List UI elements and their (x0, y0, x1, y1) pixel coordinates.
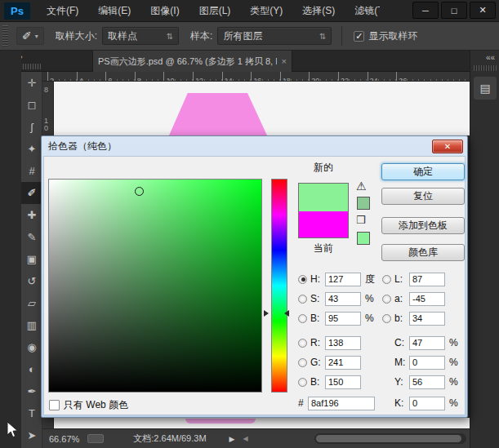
tool-preset-button[interactable]: ✐ ▾ (16, 27, 44, 45)
field-label-m: M: (394, 357, 409, 368)
field-input-r[interactable] (325, 336, 361, 350)
field-input-y[interactable] (409, 375, 445, 389)
field-input-b-lab[interactable] (409, 312, 445, 326)
field-label-k: K: (394, 397, 409, 409)
saturation-brightness-field[interactable] (48, 179, 262, 393)
healing-brush-tool-icon[interactable]: ✚ (21, 204, 42, 226)
path-selection-tool-icon[interactable]: ➤ (21, 424, 42, 446)
hex-input[interactable] (308, 397, 375, 410)
dialog-close-button[interactable]: ✕ (432, 140, 463, 153)
brush-tool-icon[interactable]: ✎ (21, 226, 42, 248)
hue-slider-arrow-left[interactable] (264, 310, 269, 317)
grip (474, 65, 497, 71)
radio-blue[interactable] (298, 378, 307, 387)
maximize-button[interactable]: □ (441, 2, 467, 19)
field-input-l[interactable] (409, 273, 445, 286)
field-row-hue: H: 度 (298, 272, 375, 286)
field-input-m[interactable] (409, 356, 445, 370)
radio-b-lab[interactable] (382, 314, 391, 323)
type-tool-icon[interactable]: T (21, 402, 42, 424)
current-color-swatch[interactable] (299, 211, 348, 237)
document-tab[interactable]: PS画六边形.psd @ 66.7% (多边形 1 拷贝 8, RGB/8) *… (92, 51, 292, 72)
sample-size-label: 取样大小: (56, 29, 97, 43)
clone-stamp-tool-icon[interactable]: ▣ (21, 248, 42, 270)
hue-slider-arrow-right[interactable] (284, 310, 289, 317)
eyedropper-tool-icon[interactable]: ✐ (21, 182, 42, 204)
radio-h[interactable] (298, 275, 307, 284)
field-input-a[interactable] (409, 292, 445, 306)
options-grip[interactable] (2, 25, 8, 47)
current-color-label: 当前 (298, 242, 349, 255)
web-only-row: 只有 Web 颜色 (49, 398, 128, 412)
hexagon-shape[interactable] (169, 93, 267, 135)
hexagon-shape-bottom[interactable] (185, 419, 256, 424)
move-tool-icon[interactable]: ✛ (21, 72, 42, 94)
field-input-b[interactable] (325, 312, 361, 326)
field-input-g[interactable] (325, 356, 361, 370)
radio-g[interactable] (298, 358, 307, 367)
field-input-c[interactable] (409, 336, 445, 350)
field-input-k[interactable] (409, 397, 445, 410)
menu-item[interactable]: 编辑(E) (88, 0, 140, 22)
ruler-tick: 14 (222, 72, 252, 82)
web-safe-swatch[interactable] (357, 232, 370, 245)
color-picker-dialog: 拾色器（纯色） ✕ 新的 当前 ⚠ ❒ 确定 复位 添加到色板 颜色库 (41, 135, 468, 418)
field-input-s[interactable] (325, 292, 361, 306)
web-color-cube-icon[interactable]: ❒ (356, 214, 366, 226)
close-button[interactable]: ✕ (470, 2, 496, 19)
radio-l[interactable] (382, 275, 391, 284)
menu-item[interactable]: 图像(I) (140, 0, 189, 22)
sample-dropdown[interactable]: 所有图层 ⇅ (217, 27, 332, 45)
gamut-warning-icon[interactable]: ⚠ (356, 180, 367, 193)
minimize-button[interactable]: ─ (412, 2, 439, 19)
menu-item[interactable]: 滤镜(T) (345, 0, 380, 22)
blur-tool-icon[interactable]: ◉ (21, 336, 42, 358)
ok-button[interactable]: 确定 (381, 163, 465, 180)
status-arrow-icon[interactable]: ▶ (229, 435, 235, 443)
radio-b[interactable] (298, 314, 307, 323)
add-to-swatches-button[interactable]: 添加到色板 (381, 217, 465, 234)
updown-arrows-icon: ⇅ (167, 32, 173, 41)
pen-tool-icon[interactable]: ✒ (21, 380, 42, 402)
field-label-g: G: (310, 357, 325, 368)
tab-close-icon[interactable]: × (282, 56, 287, 66)
color-libraries-button[interactable]: 颜色库 (381, 244, 465, 261)
panel-icon[interactable]: ▤ (474, 77, 497, 100)
menu-item[interactable]: 图层(L) (189, 0, 241, 22)
radio-s[interactable] (298, 295, 307, 304)
scrollbar-thumb[interactable] (316, 435, 461, 442)
menu-item[interactable]: 文件(F) (37, 0, 88, 22)
field-unit-c: % (449, 337, 458, 348)
hue-slider[interactable] (271, 179, 287, 393)
field-row-black: K: % (382, 396, 458, 410)
field-input-h[interactable] (325, 273, 361, 286)
eraser-tool-icon[interactable]: ▱ (21, 292, 42, 314)
marquee-tool-icon[interactable]: ◻ (21, 94, 42, 116)
field-label-l: L: (394, 273, 409, 285)
window-controls: ─ □ ✕ (412, 2, 496, 19)
menu-item[interactable]: 选择(S) (292, 0, 345, 22)
lasso-tool-icon[interactable]: ʃ (21, 116, 42, 138)
radio-r[interactable] (298, 339, 307, 348)
gradient-tool-icon[interactable]: ▥ (21, 314, 42, 336)
field-row-yellow: Y: % (382, 375, 458, 389)
canvas-bottom[interactable] (54, 418, 470, 428)
radio-a[interactable] (382, 295, 391, 304)
crop-tool-icon[interactable]: # (21, 160, 42, 182)
canvas[interactable] (54, 82, 470, 135)
menu-item[interactable]: 类型(Y) (240, 0, 292, 22)
show-ring-checkbox[interactable]: ✓ (354, 31, 364, 42)
color-field-marker[interactable] (135, 187, 144, 196)
zoom-level-field[interactable]: 66.67% (49, 434, 79, 444)
collapse-panels-icon[interactable]: «« (486, 53, 495, 62)
history-brush-tool-icon[interactable]: ↺ (21, 270, 42, 292)
dodge-tool-icon[interactable]: ◐ (21, 358, 42, 380)
horizontal-scrollbar[interactable] (314, 433, 466, 444)
gamut-swatch[interactable] (357, 197, 370, 210)
sample-size-dropdown[interactable]: 取样点 ⇅ (102, 27, 179, 45)
field-unit-s: % (365, 293, 374, 304)
quick-selection-tool-icon[interactable]: ✦ (21, 138, 42, 160)
field-input-blue[interactable] (325, 375, 361, 389)
reset-button[interactable]: 复位 (381, 188, 465, 205)
web-only-checkbox[interactable] (49, 400, 60, 410)
